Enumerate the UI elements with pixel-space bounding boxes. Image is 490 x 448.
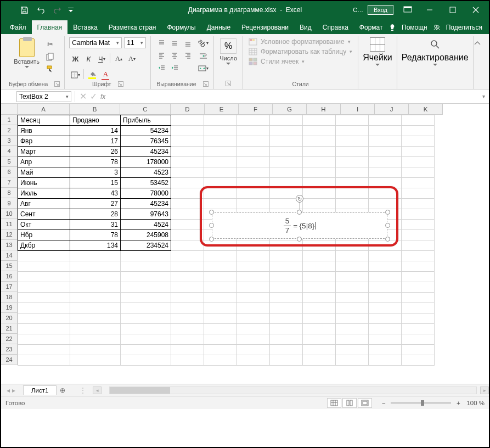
- cell[interactable]: 26: [70, 147, 121, 157]
- column-header[interactable]: I: [341, 104, 375, 115]
- resize-handle[interactable]: [385, 237, 390, 242]
- cell[interactable]: [336, 115, 369, 126]
- cell[interactable]: [303, 293, 336, 303]
- cell[interactable]: [369, 313, 402, 324]
- cell[interactable]: [204, 251, 237, 261]
- cell[interactable]: [270, 293, 303, 303]
- paste-button[interactable]: Вставить: [13, 37, 41, 70]
- cell[interactable]: [369, 199, 402, 209]
- cell[interactable]: [70, 303, 121, 313]
- row-header[interactable]: 14: [1, 250, 18, 261]
- cell[interactable]: [402, 199, 435, 209]
- cell[interactable]: 45234: [121, 147, 171, 157]
- cell[interactable]: [237, 303, 270, 313]
- hscroll-thumb[interactable]: [110, 387, 170, 394]
- cell[interactable]: [171, 220, 204, 230]
- cell[interactable]: 78: [70, 157, 121, 167]
- cell[interactable]: [204, 313, 237, 324]
- cell[interactable]: [237, 157, 270, 167]
- cell[interactable]: [369, 240, 402, 251]
- column-header[interactable]: J: [375, 104, 409, 115]
- cell[interactable]: [336, 157, 369, 167]
- cell[interactable]: [171, 240, 204, 251]
- cell[interactable]: [171, 313, 204, 324]
- cell[interactable]: [369, 282, 402, 293]
- cell[interactable]: [336, 355, 369, 366]
- cell[interactable]: [336, 136, 369, 147]
- cell[interactable]: [402, 167, 435, 178]
- number-dialog-launcher[interactable]: ↘: [226, 81, 231, 86]
- cell[interactable]: 54234: [121, 126, 171, 136]
- row-header[interactable]: 6: [1, 167, 18, 177]
- cell[interactable]: [402, 272, 435, 282]
- tab-page-layout[interactable]: Разметка стран: [103, 20, 162, 34]
- cell[interactable]: [204, 355, 237, 366]
- cell[interactable]: 97643: [121, 209, 171, 220]
- cell[interactable]: [402, 220, 435, 230]
- cell[interactable]: [369, 188, 402, 199]
- row-header[interactable]: 9: [1, 198, 18, 209]
- cell[interactable]: [237, 167, 270, 178]
- row-header[interactable]: 4: [1, 146, 18, 156]
- cell[interactable]: [270, 147, 303, 157]
- cell[interactable]: [204, 293, 237, 303]
- underline-button[interactable]: Ч▾: [95, 53, 108, 64]
- cell[interactable]: [204, 136, 237, 147]
- cell[interactable]: Авг: [18, 199, 70, 209]
- align-top-icon[interactable]: [155, 37, 167, 48]
- number-format-button[interactable]: % Число: [218, 37, 238, 66]
- qat-customize-icon[interactable]: [67, 3, 75, 16]
- column-header[interactable]: F: [239, 104, 273, 115]
- cell[interactable]: [171, 334, 204, 345]
- wrap-text-icon[interactable]: [197, 50, 209, 61]
- cell[interactable]: Дкбр: [18, 240, 70, 251]
- cell[interactable]: [237, 147, 270, 157]
- minimize-button[interactable]: [419, 2, 441, 18]
- tell-me-icon[interactable]: [388, 24, 396, 31]
- cell[interactable]: [171, 209, 204, 220]
- font-size-combo[interactable]: 11▾: [124, 37, 146, 48]
- cell[interactable]: Май: [18, 167, 70, 178]
- cell[interactable]: [303, 188, 336, 199]
- row-header[interactable]: 11: [1, 219, 18, 229]
- share-icon[interactable]: [433, 24, 441, 31]
- cell[interactable]: [171, 167, 204, 178]
- cell[interactable]: [18, 303, 70, 313]
- cell[interactable]: [171, 355, 204, 366]
- increase-font-icon[interactable]: A▴: [112, 53, 125, 64]
- cell[interactable]: [204, 345, 237, 355]
- cell[interactable]: [336, 178, 369, 188]
- cell[interactable]: [204, 178, 237, 188]
- cell[interactable]: [18, 251, 70, 261]
- cell[interactable]: [369, 293, 402, 303]
- cell[interactable]: 234524: [121, 240, 171, 251]
- cell[interactable]: [369, 126, 402, 136]
- cell[interactable]: [402, 324, 435, 334]
- cell[interactable]: [171, 199, 204, 209]
- cell[interactable]: Прибыль: [121, 115, 171, 126]
- cell[interactable]: [18, 272, 70, 282]
- cell[interactable]: Нбр: [18, 230, 70, 240]
- cell[interactable]: [402, 209, 435, 220]
- cell[interactable]: [402, 157, 435, 167]
- tab-formulas[interactable]: Формулы: [161, 20, 201, 34]
- cell[interactable]: [369, 147, 402, 157]
- cell[interactable]: [369, 261, 402, 272]
- cell[interactable]: [204, 147, 237, 157]
- resize-handle[interactable]: [209, 223, 214, 228]
- cell[interactable]: 28: [70, 209, 121, 220]
- cell[interactable]: [402, 355, 435, 366]
- cell[interactable]: [402, 334, 435, 345]
- cell[interactable]: [303, 334, 336, 345]
- row-header[interactable]: 22: [1, 334, 18, 344]
- cell[interactable]: [336, 167, 369, 178]
- view-page-layout-icon[interactable]: [342, 398, 357, 408]
- column-header[interactable]: H: [307, 104, 341, 115]
- cell[interactable]: [18, 355, 70, 366]
- resize-handle[interactable]: [385, 210, 390, 215]
- cell[interactable]: [303, 178, 336, 188]
- cell[interactable]: [303, 303, 336, 313]
- cell[interactable]: [303, 282, 336, 293]
- row-header[interactable]: 13: [1, 240, 18, 250]
- tell-me-label[interactable]: Помощн: [401, 20, 429, 34]
